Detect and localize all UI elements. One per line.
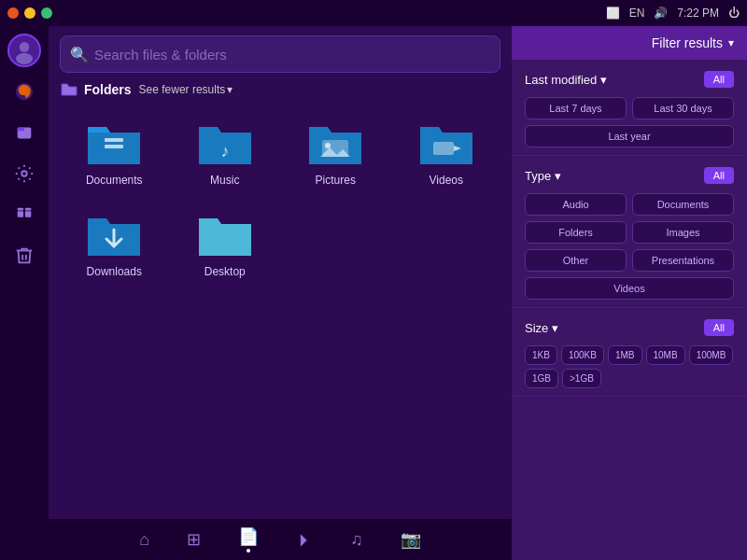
folders-grid-row2: Downloads Desktop [49, 202, 512, 293]
folder-icon-downloads [84, 209, 144, 259]
folder-name-desktop: Desktop [204, 265, 246, 278]
taskbar-home-icon[interactable]: ⌂ [135, 526, 153, 553]
filter-last7days-button[interactable]: Last 7 days [525, 97, 627, 119]
folder-name-music: Music [210, 174, 239, 187]
svg-point-1 [20, 42, 30, 52]
svg-rect-13 [105, 145, 123, 148]
taskbar-files-icon[interactable]: 📄 [234, 523, 262, 556]
folder-item-documents[interactable]: Documents [63, 110, 165, 194]
folder-header-icon [60, 82, 78, 97]
filter-size-10mb[interactable]: 10MB [646, 345, 685, 365]
folder-icon-music: ♪ [195, 118, 255, 168]
clock: 7:22 PM [677, 7, 719, 20]
svg-rect-8 [25, 211, 31, 217]
svg-point-6 [21, 171, 27, 176]
filter-title: Filter results [652, 35, 723, 50]
svg-text:♪: ♪ [220, 142, 229, 161]
filter-chevron-icon: ▾ [728, 36, 734, 49]
filter-section-header-size: Size ▾ All [525, 319, 734, 336]
filter-type-buttons: Audio Documents Folders Images Other Pre… [525, 193, 734, 300]
filter-section-header-modified: Last modified ▾ All [525, 71, 734, 88]
filter-size-1mb[interactable]: 1MB [608, 345, 642, 365]
filter-type-row2: Folders Images [525, 221, 734, 244]
svg-point-2 [16, 53, 33, 64]
folder-icon-videos [416, 118, 476, 168]
search-icon: 🔍 [70, 46, 89, 63]
filter-size-100mb[interactable]: 100MB [689, 345, 734, 365]
folder-item-music[interactable]: ♪ Music [175, 110, 276, 194]
svg-rect-5 [18, 128, 24, 132]
size-chevron-icon: ▾ [552, 321, 558, 335]
folder-item-downloads[interactable]: Downloads [63, 202, 165, 286]
filter-section-size: Size ▾ All 1KB 100KB 1MB 10MB 100MB 1GB … [512, 308, 747, 397]
taskbar-media-icon[interactable]: ⏵ [292, 526, 317, 553]
filter-size-buttons: 1KB 100KB 1MB 10MB 100MB 1GB >1GB [525, 345, 734, 388]
minimize-button[interactable] [24, 7, 35, 19]
taskbar-apps-icon[interactable]: ⊞ [183, 525, 204, 553]
filter-section-last-modified: Last modified ▾ All Last 7 days Last 30 … [512, 60, 747, 156]
power-icon: ⏻ [728, 7, 740, 20]
filter-lastyear-button[interactable]: Last year [525, 125, 734, 147]
filter-audio-button[interactable]: Audio [525, 193, 627, 216]
search-input[interactable] [89, 47, 490, 63]
close-button[interactable] [7, 7, 19, 19]
svg-rect-9 [18, 208, 23, 211]
folders-section-label: Folders [60, 82, 132, 97]
filter-presentations-button[interactable]: Presentations [632, 249, 734, 272]
filter-panel: Filter results ▾ Last modified ▾ All Las… [512, 26, 747, 560]
filter-modified-row1: Last 7 days Last 30 days [525, 97, 734, 119]
filter-section-type: Type ▾ All Audio Documents Folders Image… [512, 156, 747, 308]
folder-name-downloads: Downloads [87, 265, 142, 278]
filter-modified-title: Last modified ▾ [525, 73, 607, 87]
type-chevron-icon: ▾ [555, 169, 561, 183]
sidebar-item-settings[interactable] [7, 157, 41, 190]
filter-size-all-button[interactable]: All [704, 319, 734, 336]
sidebar-item-trash[interactable] [7, 239, 41, 273]
svg-rect-20 [433, 142, 454, 155]
volume-icon: 🔊 [654, 7, 668, 20]
folders-grid-row1: Documents ♪ Music [49, 103, 512, 202]
taskbar-camera-icon[interactable]: 📷 [397, 525, 425, 553]
sidebar [0, 26, 49, 560]
filter-videos-button[interactable]: Videos [525, 277, 734, 300]
filter-modified-all-button[interactable]: All [704, 71, 734, 88]
filter-size-1kb[interactable]: 1KB [525, 345, 557, 365]
filter-header: Filter results ▾ [512, 26, 747, 60]
sidebar-item-files[interactable] [7, 116, 41, 149]
see-fewer-button[interactable]: See fewer results ▾ [139, 83, 233, 96]
svg-rect-22 [199, 224, 251, 256]
filter-last30days-button[interactable]: Last 30 days [632, 97, 734, 119]
user-avatar[interactable] [7, 34, 41, 67]
display-icon: ⬜ [606, 7, 620, 20]
filter-size-gt1gb[interactable]: >1GB [562, 369, 601, 388]
search-bar[interactable]: 🔍 [60, 35, 500, 73]
sidebar-item-firefox[interactable] [7, 75, 41, 108]
titlebar: ⬜ EN 🔊 7:22 PM ⏻ [0, 0, 747, 26]
taskbar-music-icon[interactable]: ♫ [346, 526, 367, 553]
filter-section-header-type: Type ▾ All [525, 167, 734, 184]
filter-type-row3: Other Presentations [525, 249, 734, 272]
folder-icon-documents [84, 118, 144, 168]
folder-icon-desktop [195, 209, 255, 259]
filter-other-button[interactable]: Other [525, 249, 627, 272]
svg-rect-10 [25, 208, 31, 211]
taskbar: ⌂ ⊞ 📄 ⏵ ♫ 📷 [49, 519, 512, 560]
folder-icon-pictures [305, 118, 365, 168]
filter-images-button[interactable]: Images [632, 221, 734, 244]
filter-folders-button[interactable]: Folders [525, 221, 627, 244]
modified-chevron-icon: ▾ [600, 73, 607, 87]
filter-type-all-button[interactable]: All [704, 167, 734, 184]
main-content: 🔍 Folders See fewer results ▾ [49, 26, 512, 560]
filter-type-row1: Audio Documents [525, 193, 734, 216]
titlebar-right: ⬜ EN 🔊 7:22 PM ⏻ [606, 7, 740, 20]
filter-size-1gb[interactable]: 1GB [525, 369, 558, 388]
filter-documents-button[interactable]: Documents [632, 193, 734, 216]
folder-item-videos[interactable]: Videos [396, 110, 498, 194]
folder-item-pictures[interactable]: Pictures [285, 110, 387, 194]
folder-item-desktop[interactable]: Desktop [175, 202, 276, 286]
filter-type-row4: Videos [525, 277, 734, 300]
folder-name-pictures: Pictures [316, 174, 356, 187]
sidebar-item-software[interactable] [7, 198, 41, 231]
filter-size-100kb[interactable]: 100KB [561, 345, 604, 365]
maximize-button[interactable] [41, 7, 52, 19]
